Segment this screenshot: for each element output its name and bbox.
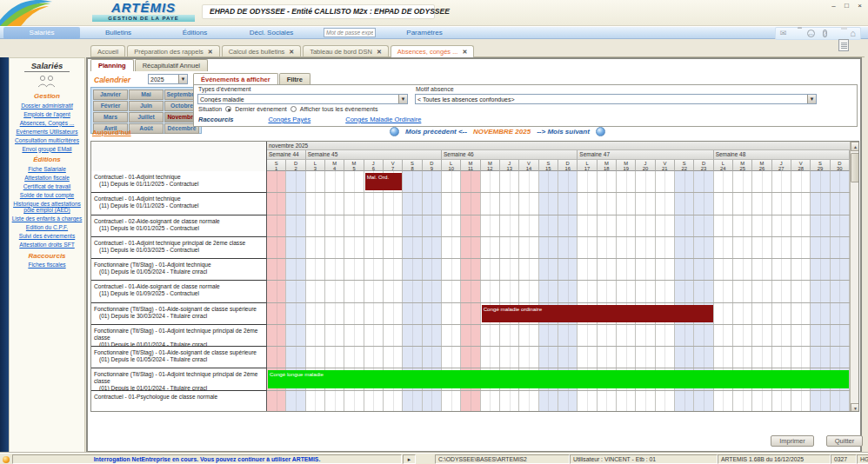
planning-row-label[interactable]: Contractuel - 01-Aide-soignant de classe… <box>91 281 267 302</box>
next-month-link[interactable]: --> Mois suivant <box>537 128 590 136</box>
close-button[interactable]: × <box>855 2 865 10</box>
planning-row-label[interactable]: Contractuel - 01-Adjoint technique(11) D… <box>91 193 267 215</box>
tab-filtre[interactable]: Filtre <box>279 73 310 85</box>
month-button-juillet[interactable]: Juillet <box>129 112 164 123</box>
chevron-down-icon[interactable]: ▼ <box>807 95 816 103</box>
year-select[interactable]: 2025 ▼ <box>148 74 188 84</box>
planning-row-label[interactable]: Fonctionnaire (Tit/Stag) - 01-Adjoint te… <box>91 325 267 347</box>
planning-row-label[interactable]: Fonctionnaire (Tit/Stag) - 01-Aide-soign… <box>91 303 267 325</box>
event-bar-conge-maladie-ordinaire[interactable]: Congé maladie ordinaire <box>482 305 713 322</box>
sidebar-item-envoi-groupe-email[interactable]: Envoi groupé EMail <box>11 146 83 153</box>
today-link[interactable]: Aujourd'hui <box>92 129 131 136</box>
prev-month-link[interactable]: Mois précédent <-- <box>405 128 467 136</box>
folder-icon[interactable] <box>791 29 803 38</box>
scroll-down-icon[interactable]: ▼ <box>851 403 859 412</box>
scroll-up-icon[interactable]: ▲ <box>851 142 859 151</box>
sidebar-item-liste-des-enfants-a-charges[interactable]: Liste des enfants à charges <box>11 215 83 222</box>
radio-dernier-evenement[interactable] <box>225 106 231 112</box>
planning-row-label[interactable]: Fonctionnaire (Tit/Stag) - 01-Adjoint te… <box>91 368 267 390</box>
sidebar-item-emplois-de-l-agent[interactable]: Emplois de l'agent <box>11 111 83 118</box>
document-icon[interactable] <box>838 39 849 51</box>
radio-afficher-tous-les-evenements[interactable] <box>290 106 297 112</box>
app-brand: ARTÉMIS GESTION DE LA PAYE <box>87 1 200 25</box>
menu-item-decl-sociales[interactable]: Décl. Sociales <box>233 27 310 39</box>
tab-tableau-de-bord-dsn[interactable]: Tableau de bord DSN✕ <box>303 45 389 56</box>
menu-item-bulletins[interactable]: Bulletins <box>80 27 157 39</box>
sidebar-item-dossier-administratif[interactable]: Dossier administratif <box>11 103 83 109</box>
current-month-label: NOVEMBRE 2025 <box>473 128 531 136</box>
tab-recapitulatif-annuel[interactable]: Récapitulatif Annuel <box>135 59 208 71</box>
day-header-11: M11 <box>461 160 480 171</box>
chevron-down-icon[interactable]: ▼ <box>398 95 407 103</box>
tab-evenements-a-afficher[interactable]: Événements à afficher <box>193 73 278 85</box>
sidebar-item-evenements-utilisateurs[interactable]: Evénements Utilisateurs <box>11 129 83 136</box>
menu-item-parametres[interactable]: Paramètres <box>386 27 463 39</box>
sidebar-item-attestation-droits-sft[interactable]: Attestation droits SFT <box>11 242 83 249</box>
event-type-value: Congés maladie <box>198 96 398 103</box>
sidebar-item-consultation-multicriteres[interactable]: Consultation multicritères <box>11 137 83 144</box>
menu-item-salaries[interactable]: Salariés <box>3 27 80 39</box>
shortcut-conges-payes[interactable]: Congés Payés <box>268 116 310 123</box>
event-bar-conge-longue-maladie[interactable]: Congé longue maladie <box>268 370 849 388</box>
close-icon[interactable]: ✕ <box>377 48 382 56</box>
tab-calcul-des-bulletins[interactable]: Calcul des bulletins✕ <box>222 45 302 56</box>
planning-row-label[interactable]: Contractuel - 02-Aide-soignant de classe… <box>91 215 267 237</box>
sidebar-item-certificat-de-travail[interactable]: Certificat de travail <box>11 183 83 190</box>
scrollbar-thumb[interactable] <box>851 153 859 182</box>
year-value: 2025 <box>149 76 178 83</box>
quit-button[interactable]: Quitter <box>826 435 863 447</box>
planning-row-label[interactable]: Contractuel - 01-Adjoint technique(11) D… <box>91 171 267 193</box>
mail-icon[interactable]: ✉ <box>778 29 789 38</box>
event-type-select[interactable]: Congés maladie ▼ <box>197 94 408 104</box>
globe-icon[interactable] <box>596 127 605 136</box>
home-icon[interactable]: ⌂ <box>847 29 858 38</box>
minimize-button[interactable]: – <box>829 2 838 10</box>
close-icon[interactable]: ✕ <box>289 48 294 56</box>
status-arrow[interactable]: ▸ <box>403 454 416 464</box>
day-header-21: V21 <box>656 160 675 171</box>
printer-icon[interactable] <box>833 29 845 38</box>
transfer-arrows-icon[interactable]: ↔ <box>805 29 817 38</box>
planning-row-label[interactable]: Fonctionnaire (Tit/Stag) - 01-Adjoint te… <box>91 259 267 281</box>
menu-items: SalariésBulletinsÉditionsDécl. SocialesO… <box>0 26 463 39</box>
month-button-juin[interactable]: Juin <box>129 101 164 111</box>
month-button-janvier[interactable]: Janvier <box>93 89 128 100</box>
month-button-mars[interactable]: Mars <box>93 112 128 123</box>
shortcut-conges-maladie-ordinaire[interactable]: Congés Maladie Ordinaire <box>345 116 421 123</box>
tab-planning[interactable]: Planning <box>90 59 134 71</box>
planning-row-label[interactable]: Fonctionnaire (Tit/Stag) - 01-Aide-soign… <box>91 347 267 368</box>
sidebar-item-historique-des-attestations-pole-emploi-aed[interactable]: Historique des attestations pôle emploi … <box>11 201 83 214</box>
sidebar-item-edition-du-c-p-f[interactable]: Edition du C.P.F. <box>11 224 83 231</box>
menu-item-editions[interactable]: Éditions <box>157 27 233 39</box>
close-icon[interactable]: ✕ <box>462 48 467 56</box>
vertical-scrollbar[interactable]: ▲ ▼ <box>850 142 859 412</box>
sidebar-item-fiches-fiscales[interactable]: Fiches fiscales <box>11 262 83 268</box>
month-button-fevrier[interactable]: Février <box>93 101 128 111</box>
globe-icon[interactable] <box>390 127 399 136</box>
tab-accueil[interactable]: Accueil <box>90 45 125 56</box>
sidebar-item-solde-de-tout-compte[interactable]: Solde de tout compte <box>11 192 83 199</box>
planning-row-label[interactable]: Contractuel - 01-Adjoint technique princ… <box>91 237 267 259</box>
tab-absences-conges[interactable]: Absences, congés ...✕ <box>391 45 475 57</box>
sidebar-section-raccourcis: Raccourcis <box>10 252 84 260</box>
sidebar-item-fiche-salariale[interactable]: Fiche Salariale <box>11 166 83 173</box>
sidebar-section-editions: Éditions <box>10 156 84 163</box>
password-input[interactable] <box>324 28 376 37</box>
planning-grid: novembre 2025 Semaine 44Semaine 45Semain… <box>90 141 859 412</box>
motif-select[interactable]: < Toutes les absences confondues> ▼ <box>415 94 817 104</box>
maximize-button[interactable]: □ <box>842 2 851 10</box>
print-button[interactable]: Imprimer <box>771 435 814 447</box>
month-button-aout[interactable]: Août <box>129 123 164 134</box>
tab-preparation-des-rappels[interactable]: Préparation des rappels✕ <box>127 45 220 56</box>
event-bar-mal-ord[interactable]: Mal. Ord. <box>365 173 403 190</box>
sidebar-item-suivi-des-evenements[interactable]: Suivi des événements <box>11 233 83 240</box>
row-separator <box>267 280 850 281</box>
sidebar-item-absences-conges[interactable]: Absences, Congés ... <box>11 120 83 127</box>
close-icon[interactable]: ✕ <box>208 48 213 56</box>
chevron-down-icon[interactable]: ▼ <box>178 75 187 83</box>
day-number: 8 <box>403 166 421 171</box>
planning-row-label[interactable]: Contractuel - 01-Psychologue de classe n… <box>91 391 267 412</box>
month-button-mai[interactable]: Mai <box>129 89 164 100</box>
sidebar-item-attestation-fiscale[interactable]: Attestation fiscale <box>11 175 83 182</box>
help-icon[interactable]: ? <box>819 29 831 38</box>
